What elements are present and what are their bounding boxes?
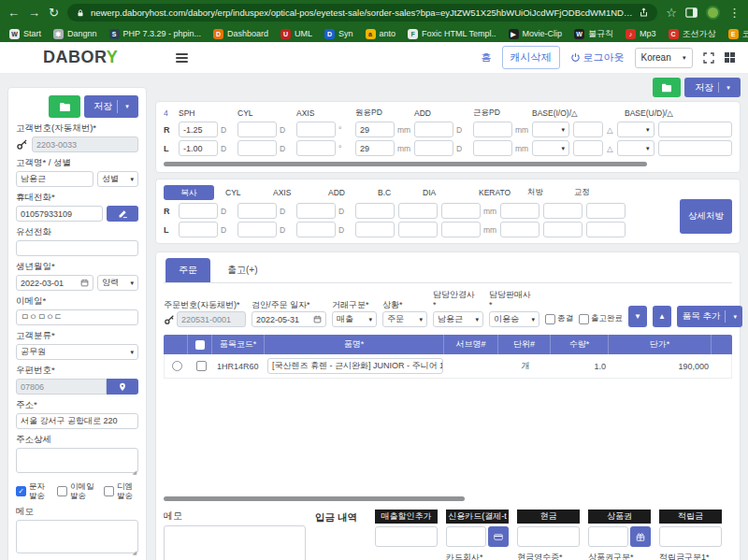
open-folder-button[interactable] <box>49 95 80 118</box>
cyl-r-input[interactable] <box>237 122 277 137</box>
sms-checkbox[interactable]: ✓ <box>16 486 26 496</box>
clear-cache-button[interactable]: 캐시삭제 <box>502 46 560 69</box>
add-discount-button[interactable]: 매출할인추가 <box>375 510 438 524</box>
lens-sph-l-input[interactable] <box>179 222 218 237</box>
bookmark-item[interactable]: UUML <box>280 29 312 39</box>
voucher-pay-button[interactable] <box>630 526 651 547</box>
copy-button[interactable]: 복사 <box>164 185 214 200</box>
lens-rx-r-input[interactable] <box>543 203 583 219</box>
base-ud-l-select[interactable]: ▾ <box>617 140 654 156</box>
bookmark-item[interactable]: C조선가상 <box>669 28 716 40</box>
card-amount-input[interactable] <box>446 526 486 547</box>
voucher-button[interactable]: 상품권 <box>588 510 651 524</box>
side-panel-icon[interactable] <box>685 7 698 18</box>
item-row[interactable]: 1HR14R60 [국산렌즈 휴렌 - 근시완화] JUNIOR - 주니어 1… <box>164 354 732 379</box>
bookmark-item[interactable]: SPHP 7.3.29 - phpin... <box>109 29 201 39</box>
tab-shipment[interactable]: 출고(+) <box>214 258 271 282</box>
base-ud-r-select[interactable]: ▾ <box>617 122 654 137</box>
far-pd-r-input[interactable]: 29 <box>355 122 395 137</box>
email-input[interactable]: ㅁㅇㅁㅇㄷ <box>16 309 138 325</box>
bookmark-item[interactable]: DSyn <box>324 29 353 39</box>
lens-axis-l-input[interactable] <box>296 222 336 237</box>
language-select[interactable]: Korean▾ <box>635 48 693 68</box>
add-item-button[interactable]: 품목 추가▾ <box>677 306 742 327</box>
memo-textarea[interactable] <box>16 520 138 553</box>
bookmark-star-icon[interactable]: ☆ <box>666 7 677 19</box>
lens-axis-r-input[interactable] <box>296 203 336 219</box>
voucher-amount-input[interactable] <box>588 526 628 547</box>
zip-input[interactable]: 07806 <box>16 379 107 395</box>
near-pd-r-input[interactable] <box>473 122 512 137</box>
detail-rx-button[interactable]: 상세처방 <box>680 199 732 234</box>
tab-order[interactable]: 주문 <box>165 258 210 282</box>
points-button[interactable]: 적립금 <box>659 510 722 524</box>
sph-l-input[interactable]: -1.00 <box>179 140 218 156</box>
back-icon[interactable]: ← <box>7 7 20 19</box>
base-io-r-input[interactable] <box>573 122 603 137</box>
lens-cyl-l-input[interactable] <box>237 222 277 237</box>
calendar-type-select[interactable]: 양력▾ <box>97 275 138 291</box>
logout-link[interactable]: 로그아웃 <box>570 50 625 65</box>
browser-menu-icon[interactable]: ⋮ <box>728 7 741 19</box>
gender-select[interactable]: 성별▾ <box>97 171 138 187</box>
save-customer-button[interactable]: 저장▾ <box>84 95 138 118</box>
mobile-input[interactable]: 01057933109 <box>16 206 103 222</box>
lens-kerato-r-input[interactable] <box>500 203 539 219</box>
bookmark-item[interactable]: ♪Mp3 <box>626 29 656 39</box>
address-bar[interactable]: newerp.daboryhost.com/dabory/erp/induspe… <box>67 4 657 22</box>
trade-type-select[interactable]: 매출▾ <box>332 311 377 327</box>
email-checkbox[interactable] <box>57 486 67 496</box>
address-detail-textarea[interactable] <box>16 448 138 473</box>
item-name-input[interactable]: [국산렌즈 휴렌 - 근시완화] JUNIOR - 주니어 1.60 <box>267 358 443 374</box>
discount-amount-input[interactable] <box>375 526 438 547</box>
home-link[interactable]: 홈 <box>482 50 492 65</box>
lens-bc-l-input[interactable] <box>398 222 438 237</box>
forward-icon[interactable]: → <box>28 7 40 19</box>
address-input[interactable]: 서울 강서구 공항대로 220 <box>16 413 138 429</box>
apps-grid-icon[interactable] <box>725 52 736 64</box>
hamburger-menu-icon[interactable] <box>176 53 188 63</box>
select-all-header[interactable] <box>188 335 212 354</box>
close-checkbox-field[interactable]: 종결 <box>545 313 573 327</box>
fullscreen-icon[interactable] <box>703 52 714 64</box>
bookmark-item[interactable]: W불규칙 <box>574 28 613 40</box>
card-pay-button[interactable] <box>488 526 509 547</box>
credit-card-button[interactable]: 신용카드(결제-t <box>446 510 509 524</box>
lens-bc-r-input[interactable] <box>398 203 438 219</box>
share-icon[interactable] <box>639 7 649 18</box>
bookmark-item[interactable]: aanto <box>366 29 396 39</box>
order-memo-textarea[interactable] <box>164 525 306 560</box>
birth-date-input[interactable]: 2022-03-01 <box>16 275 94 291</box>
lens-corr-r-input[interactable] <box>586 203 626 219</box>
base-io-l-select[interactable]: ▾ <box>532 140 569 156</box>
axis-r-input[interactable] <box>296 122 336 137</box>
app-logo[interactable]: DABORY <box>43 48 118 67</box>
shipped-checkbox-field[interactable]: 출고완료 <box>579 313 623 327</box>
lens-corr-l-input[interactable] <box>586 222 626 237</box>
bookmark-item[interactable]: E코데 <box>728 28 748 40</box>
add-r-input[interactable] <box>414 122 453 137</box>
bookmark-item[interactable]: ▶Movie-Clip <box>509 29 563 39</box>
order-no-input[interactable]: 220531-0001 <box>177 311 246 327</box>
bookmark-item[interactable]: WStart <box>9 29 41 39</box>
row-radio[interactable] <box>172 361 182 371</box>
bookmark-item[interactable]: ✱Dangnn <box>53 29 97 39</box>
customer-no-input[interactable]: 2203-0033 <box>32 136 138 152</box>
order-date-input[interactable]: 2022-05-31 <box>252 311 326 327</box>
lens-sph-r-input[interactable] <box>179 203 218 219</box>
dm-checkbox[interactable] <box>104 486 114 496</box>
lens-add-l-input[interactable] <box>355 222 395 237</box>
near-pd-l-input[interactable] <box>473 140 512 156</box>
sph-r-input[interactable]: -1.25 <box>179 122 218 137</box>
far-pd-l-input[interactable]: 29 <box>355 140 395 156</box>
lens-dia-r-input[interactable] <box>441 203 481 219</box>
send-option-email[interactable]: 이메일 발송 <box>57 482 98 501</box>
status-select[interactable]: 주문▾ <box>382 311 427 327</box>
send-option-sms[interactable]: ✓ 문자 발송 <box>16 482 51 501</box>
close-checkbox[interactable] <box>545 314 555 324</box>
horizontal-scrollbar[interactable] <box>164 162 647 166</box>
base-io-r-select[interactable]: ▾ <box>532 122 569 137</box>
select-all-checkbox[interactable] <box>195 340 205 350</box>
points-amount-input[interactable] <box>659 526 722 547</box>
cash-amount-input[interactable] <box>517 526 580 547</box>
